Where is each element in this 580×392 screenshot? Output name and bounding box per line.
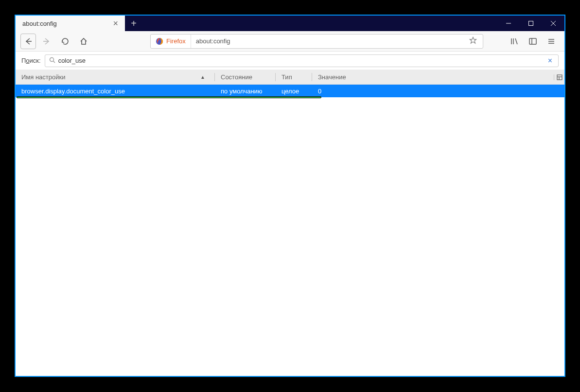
- forward-button[interactable]: [39, 34, 54, 49]
- svg-rect-18: [557, 75, 562, 80]
- nav-toolbar: Firefox about:config: [16, 31, 564, 52]
- home-icon: [79, 37, 88, 46]
- firefox-icon: [156, 37, 163, 45]
- home-button[interactable]: [76, 34, 91, 49]
- tab-title: about:config: [22, 20, 111, 27]
- reload-button[interactable]: [57, 34, 73, 49]
- hamburger-icon: [547, 37, 556, 46]
- pref-value: 0: [312, 88, 564, 95]
- url-bar[interactable]: Firefox about:config: [150, 34, 483, 49]
- back-button[interactable]: [20, 34, 36, 49]
- toolbar-right: [506, 34, 560, 49]
- column-header-name[interactable]: Имя настройки ▲: [16, 70, 215, 84]
- prefs-list: browser.display.document_color_use по ум…: [16, 85, 564, 376]
- identity-label: Firefox: [166, 37, 186, 45]
- bookmark-star-icon[interactable]: [463, 36, 483, 46]
- pref-row-selected[interactable]: browser.display.document_color_use по ум…: [16, 85, 564, 97]
- tab-close-icon[interactable]: ×: [111, 19, 120, 28]
- svg-rect-1: [529, 21, 533, 26]
- titlebar: about:config × +: [16, 16, 564, 31]
- sidebar-button[interactable]: [525, 34, 541, 49]
- pref-type: целое: [276, 88, 312, 95]
- sidebar-icon: [528, 37, 537, 46]
- arrow-left-icon: [24, 37, 33, 46]
- pref-status: по умолчанию: [215, 88, 276, 95]
- svg-line-17: [53, 61, 55, 63]
- svg-line-10: [515, 38, 517, 44]
- pref-name: browser.display.document_color_use: [16, 88, 215, 95]
- column-header-value[interactable]: Значение: [312, 70, 554, 84]
- new-tab-button[interactable]: +: [125, 16, 142, 31]
- column-picker-button[interactable]: [554, 74, 564, 80]
- browser-tab[interactable]: about:config ×: [16, 16, 125, 31]
- search-input[interactable]: [58, 57, 546, 64]
- library-icon: [510, 37, 519, 46]
- sort-ascending-icon: ▲: [200, 74, 205, 80]
- arrow-right-icon: [42, 37, 51, 46]
- prefs-table-header: Имя настройки ▲ Состояние Тип Значение: [16, 70, 564, 85]
- config-search-bar: Поиск: ×: [16, 52, 564, 70]
- library-button[interactable]: [506, 34, 523, 49]
- minimize-button[interactable]: [497, 16, 520, 31]
- close-button[interactable]: [542, 16, 564, 31]
- maximize-button[interactable]: [520, 16, 542, 31]
- column-picker-icon: [557, 74, 562, 80]
- clear-search-icon[interactable]: ×: [546, 56, 554, 65]
- search-label: Поиск:: [21, 57, 41, 64]
- window-controls: [497, 16, 564, 31]
- search-box[interactable]: ×: [45, 54, 559, 67]
- url-text: about:config: [191, 37, 463, 45]
- column-header-status[interactable]: Состояние: [215, 70, 276, 84]
- reload-icon: [61, 37, 70, 46]
- search-icon: [49, 57, 55, 65]
- identity-box[interactable]: Firefox: [151, 35, 191, 48]
- highlight-underline: [17, 96, 321, 98]
- browser-window: about:config × +: [15, 15, 565, 377]
- svg-rect-11: [529, 38, 536, 44]
- menu-button[interactable]: [543, 34, 560, 49]
- column-header-type[interactable]: Тип: [276, 70, 312, 84]
- svg-marker-7: [470, 37, 476, 44]
- svg-point-16: [50, 57, 53, 61]
